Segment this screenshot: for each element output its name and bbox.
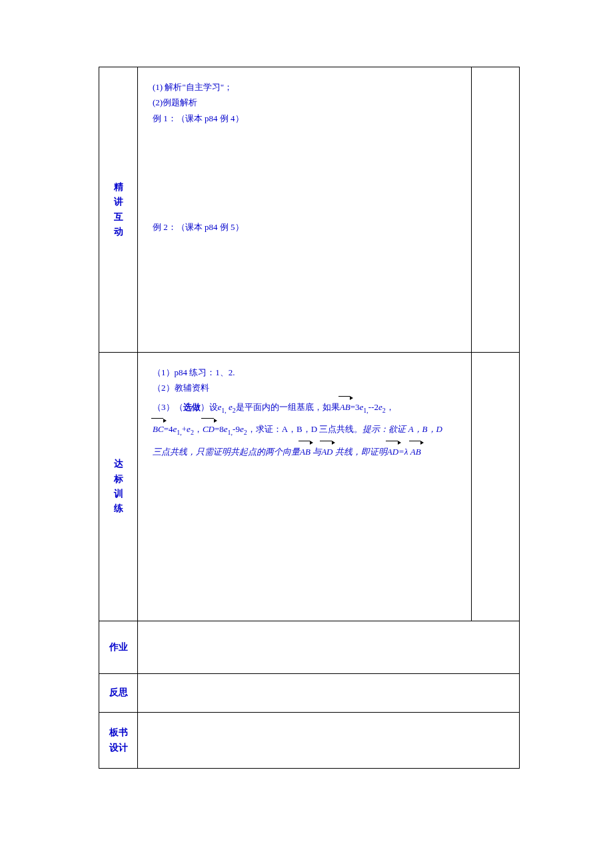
document-page: 精 讲 互 动 (1) 解析"自主学习"； (2)例题解析 例 1：（课本 p8… — [0, 0, 613, 868]
subscript: 1, — [363, 406, 368, 413]
hint-text: =λ — [398, 447, 410, 457]
label-line: 设计 — [102, 741, 135, 755]
text-line: 例 1：（课本 p84 例 4） — [153, 111, 459, 126]
text-line: 例 2：（课本 p84 例 5） — [153, 219, 459, 235]
hint-text: 提示：欲证 A，B，D — [362, 424, 442, 434]
text-bold: 选做 — [183, 402, 201, 412]
text-line: (1) 解析"自主学习"； — [153, 79, 459, 95]
vector-CD: CD — [203, 418, 215, 439]
hint-line: 三点共线，只需证明共起点的两个向量AB 与AD 共线，即证明AD=λ AB — [153, 441, 459, 462]
text-line: （2）教辅资料 — [153, 380, 459, 395]
vector-AD: AD — [387, 441, 398, 462]
row-practice-label: 达 标 训 练 — [99, 353, 138, 621]
row-homework: 作业 — [99, 621, 520, 674]
row-board-design: 板书 设计 — [99, 713, 520, 769]
label-char: 训 — [102, 487, 135, 501]
hint-text: 共线，即证明 — [332, 447, 386, 457]
vector-BC: BC — [153, 418, 164, 439]
label-char: 互 — [102, 210, 135, 225]
text: --2 — [368, 402, 378, 412]
problem-line-1: （3）（选做）设e1, e2是平面内的一组基底，如果AB=3e1,--2e2， — [153, 396, 459, 419]
row-practice-content: （1）p84 练习：1、2. （2）教辅资料 （3）（选做）设e1, e2是平面… — [138, 353, 472, 621]
row-homework-content — [138, 621, 520, 674]
vector-AB: AB — [410, 441, 421, 462]
hint-text: 三点共线，只需证明共起点的两个向量 — [153, 447, 300, 457]
row-reflection-label: 反思 — [99, 674, 138, 713]
row-lecture: 精 讲 互 动 (1) 解析"自主学习"； (2)例题解析 例 1：（课本 p8… — [99, 67, 520, 353]
vector-AD: AD — [321, 441, 332, 462]
text: ， — [194, 424, 203, 434]
row-homework-label: 作业 — [99, 621, 138, 674]
text: （3）（ — [153, 402, 183, 412]
row-lecture-label: 精 讲 互 动 — [99, 67, 138, 353]
row-lecture-notes — [472, 67, 520, 353]
text: =8 — [215, 424, 224, 434]
row-practice-notes — [472, 353, 520, 621]
label-char: 讲 — [102, 195, 135, 209]
row-lecture-content: (1) 解析"自主学习"； (2)例题解析 例 1：（课本 p84 例 4） 例… — [138, 67, 472, 353]
label-line: 板书 — [102, 725, 135, 740]
row-practice: 达 标 训 练 （1）p84 练习：1、2. （2）教辅资料 （3）（选做）设e… — [99, 353, 520, 621]
text: ，求证：A，B，D 三点共线。 — [247, 424, 363, 434]
label-char: 标 — [102, 472, 135, 487]
label-char: 练 — [102, 501, 135, 516]
subscript: 1, — [177, 429, 182, 436]
subscript: 1, — [221, 406, 227, 413]
text: ）设 — [201, 402, 218, 412]
vector-AB: AB — [300, 441, 310, 462]
hint-text: 与 — [310, 447, 321, 457]
text: 是平面内的一组基底，如果 — [236, 402, 340, 412]
label-char: 达 — [102, 457, 135, 471]
text-line: (2)例题解析 — [153, 95, 459, 110]
lesson-plan-table: 精 讲 互 动 (1) 解析"自主学习"； (2)例题解析 例 1：（课本 p8… — [99, 67, 520, 769]
text: =3 — [350, 402, 360, 412]
row-board-design-content — [138, 713, 520, 769]
text: + — [182, 424, 187, 434]
label-char: 动 — [102, 225, 135, 239]
vector-AB: AB — [340, 396, 350, 417]
text: ， — [386, 402, 394, 412]
label-char: 精 — [102, 180, 135, 195]
row-reflection-content — [138, 674, 520, 713]
row-reflection: 反思 — [99, 674, 520, 713]
text: -9 — [233, 424, 240, 434]
subscript: 1, — [228, 429, 233, 436]
text: =4 — [164, 424, 173, 434]
row-board-design-label: 板书 设计 — [99, 713, 138, 769]
problem-line-2: BC=4e1,+e2，CD=8e1,-9e2，求证：A，B，D 三点共线。提示：… — [153, 418, 459, 441]
text-line: （1）p84 练习：1、2. — [153, 365, 459, 380]
